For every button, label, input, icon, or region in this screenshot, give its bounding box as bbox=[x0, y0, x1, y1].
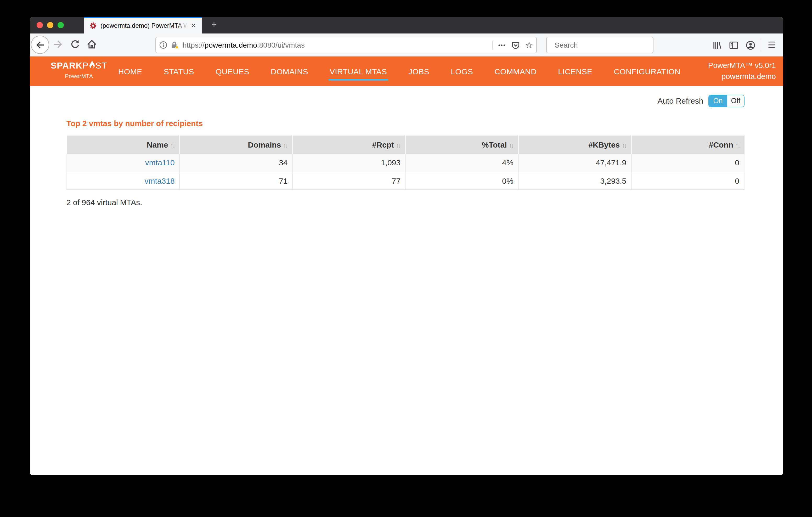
toolbar-separator bbox=[761, 39, 761, 51]
column-header-kbytes[interactable]: #KBytes↑↓ bbox=[519, 136, 632, 154]
powermta-version: PowerMTA™ v5.0r1 bbox=[708, 60, 776, 71]
nav-item-logs[interactable]: LOGS bbox=[450, 62, 474, 80]
back-button[interactable] bbox=[31, 36, 49, 54]
table-header-row: Name↑↓ Domains↑↓ #Rcpt↑↓ %Total↑↓ #KByte… bbox=[67, 136, 744, 154]
nav-item-queues[interactable]: QUEUES bbox=[214, 62, 250, 80]
table-row: vmta318 71 77 0% 3,293.5 0 bbox=[67, 172, 744, 190]
nav-item-home[interactable]: HOME bbox=[117, 62, 143, 80]
table-title: Top 2 vmtas by number of recipients bbox=[66, 119, 745, 128]
sort-icon[interactable]: ↑↓ bbox=[735, 142, 740, 149]
vmtas-table: Name↑↓ Domains↑↓ #Rcpt↑↓ %Total↑↓ #KByte… bbox=[66, 136, 745, 190]
cell-conn: 0 bbox=[631, 154, 744, 172]
column-header-conn[interactable]: #Conn↑↓ bbox=[631, 136, 744, 154]
column-header-domains[interactable]: Domains↑↓ bbox=[180, 136, 293, 154]
url-bar[interactable]: https://powermta.demo:8080/ui/vmtas ••• … bbox=[155, 37, 537, 53]
nav-item-command[interactable]: COMMAND bbox=[493, 62, 538, 80]
page-content: Auto Refresh On Off Top 2 vmtas by numbe… bbox=[30, 86, 783, 475]
version-info: PowerMTA™ v5.0r1 powermta.demo bbox=[708, 60, 776, 82]
lock-warning-icon[interactable] bbox=[171, 41, 179, 49]
forward-arrow-icon bbox=[53, 39, 63, 49]
auto-refresh-label: Auto Refresh bbox=[658, 96, 703, 105]
menu-button[interactable]: ☰ bbox=[763, 37, 780, 53]
nav-item-license[interactable]: LICENSE bbox=[557, 62, 593, 80]
nav-item-virtual-mtas[interactable]: VIRTUAL MTAS bbox=[328, 62, 388, 80]
new-tab-button[interactable]: + bbox=[206, 17, 222, 33]
search-input[interactable] bbox=[555, 41, 649, 49]
auto-refresh-row: Auto Refresh On Off bbox=[66, 86, 745, 107]
cell-conn: 0 bbox=[631, 172, 744, 190]
sidebar-toggle-button[interactable] bbox=[725, 37, 742, 53]
cell-domains: 71 bbox=[180, 172, 293, 190]
vmta-link[interactable]: vmta110 bbox=[145, 158, 175, 167]
sort-icon[interactable]: ↑↓ bbox=[509, 142, 513, 149]
auto-refresh-on-button[interactable]: On bbox=[709, 95, 727, 107]
cell-kbytes: 47,471.9 bbox=[519, 154, 632, 172]
browser-tab[interactable]: (powermta.demo) PowerMTA W ✕ bbox=[84, 17, 202, 33]
sort-icon[interactable]: ↑↓ bbox=[283, 142, 287, 149]
nav-item-jobs[interactable]: JOBS bbox=[407, 62, 430, 80]
sparkpost-logo: SPARKPST PowerMTA bbox=[42, 61, 116, 79]
sidebar-icon bbox=[729, 40, 738, 50]
cell-total: 4% bbox=[405, 154, 519, 172]
cell-kbytes: 3,293.5 bbox=[519, 172, 632, 190]
page-info-icon[interactable] bbox=[159, 41, 167, 49]
traffic-lights bbox=[37, 17, 64, 33]
back-arrow-icon bbox=[35, 40, 45, 50]
cell-domains: 34 bbox=[180, 154, 293, 172]
auto-refresh-toggle: On Off bbox=[708, 94, 745, 107]
home-icon bbox=[87, 39, 97, 49]
cell-rcpt: 77 bbox=[292, 172, 405, 190]
library-button[interactable] bbox=[708, 37, 725, 53]
table-summary: 2 of 964 virtual MTAs. bbox=[66, 198, 745, 206]
column-header-name[interactable]: Name↑↓ bbox=[67, 136, 180, 154]
account-button[interactable] bbox=[742, 37, 759, 53]
reload-button[interactable] bbox=[70, 39, 80, 49]
zoom-window-button[interactable] bbox=[58, 22, 64, 28]
reload-icon bbox=[70, 39, 80, 49]
search-bar[interactable] bbox=[546, 37, 654, 53]
pocket-icon[interactable] bbox=[511, 40, 520, 50]
browser-toolbar: https://powermta.demo:8080/ui/vmtas ••• … bbox=[30, 33, 783, 57]
vmta-link[interactable]: vmta318 bbox=[145, 176, 175, 185]
column-header-rcpt[interactable]: #Rcpt↑↓ bbox=[292, 136, 405, 154]
home-button[interactable] bbox=[87, 39, 97, 49]
nav-item-configuration[interactable]: CONFIGURATION bbox=[613, 62, 682, 80]
page-actions-icon[interactable]: ••• bbox=[498, 42, 506, 48]
cell-rcpt: 1,093 bbox=[292, 154, 405, 172]
flame-icon bbox=[89, 61, 95, 69]
nav-item-domains[interactable]: DOMAINS bbox=[270, 62, 309, 80]
url-text: https://powermta.demo:8080/ui/vmtas bbox=[182, 41, 492, 49]
nav-item-status[interactable]: STATUS bbox=[163, 62, 195, 80]
app-navbar: SPARKPST PowerMTA HOME STATUS QUEUES DOM… bbox=[30, 57, 783, 86]
account-icon bbox=[745, 40, 755, 50]
powermta-hostname: powermta.demo bbox=[708, 71, 776, 82]
tab-bar: (powermta.demo) PowerMTA W ✕ + bbox=[30, 17, 783, 33]
column-header-total[interactable]: %Total↑↓ bbox=[405, 136, 519, 154]
browser-window: (powermta.demo) PowerMTA W ✕ + bbox=[30, 17, 783, 475]
library-icon bbox=[712, 40, 722, 50]
nav-menu: HOME STATUS QUEUES DOMAINS VIRTUAL MTAS … bbox=[117, 62, 682, 80]
tab-close-icon[interactable]: ✕ bbox=[189, 21, 198, 30]
powermta-favicon-gear-icon bbox=[89, 22, 97, 29]
cell-total: 0% bbox=[405, 172, 519, 190]
sort-icon[interactable]: ↑↓ bbox=[170, 142, 174, 149]
bookmark-star-icon[interactable]: ☆ bbox=[525, 40, 533, 50]
sort-icon[interactable]: ↑↓ bbox=[396, 142, 400, 149]
auto-refresh-off-button[interactable]: Off bbox=[727, 95, 744, 107]
table-row: vmta110 34 1,093 4% 47,471.9 0 bbox=[67, 154, 744, 172]
close-window-button[interactable] bbox=[37, 22, 43, 28]
forward-button[interactable] bbox=[53, 39, 63, 49]
minimize-window-button[interactable] bbox=[47, 22, 53, 28]
sort-icon[interactable]: ↑↓ bbox=[622, 142, 626, 149]
tab-title: (powermta.demo) PowerMTA W bbox=[100, 22, 188, 29]
